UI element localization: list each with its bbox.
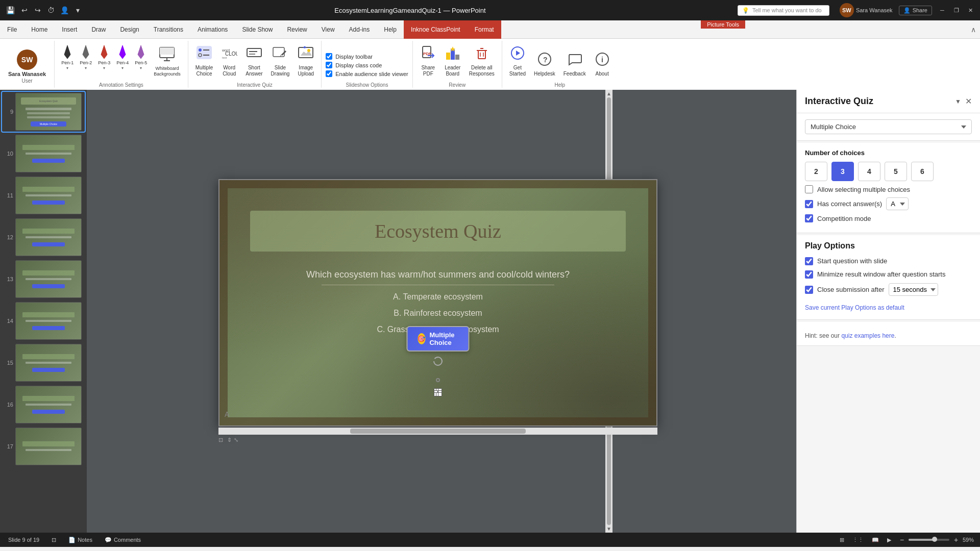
image-upload-button[interactable]: ImageUpload <box>295 42 317 79</box>
redo-icon[interactable]: ↪ <box>33 5 43 15</box>
zoom-in-btn[interactable]: + <box>951 535 961 544</box>
scroll-down-icon[interactable]: ▼ <box>606 526 611 532</box>
fit-btn[interactable]: ⊡ <box>218 437 223 443</box>
tab-transitions[interactable]: Transitions <box>146 20 190 39</box>
tab-addins[interactable]: Add-ins <box>342 20 377 39</box>
slide-thumb-11[interactable]: 11 <box>2 176 85 215</box>
comments-btn[interactable]: 💬 Comments <box>103 536 143 544</box>
close-window-button[interactable]: ✕ <box>967 6 975 14</box>
choice-4-button[interactable]: 4 <box>858 162 880 181</box>
start-with-slide-checkbox[interactable] <box>805 257 813 265</box>
mc-badge[interactable]: 🎯 Multiple Choice <box>406 326 469 352</box>
helpdesk-button[interactable]: ? Helpdesk <box>531 49 558 79</box>
expand-arrows[interactable]: ⤡ <box>234 437 238 443</box>
whiteboard-button[interactable]: WhiteboardBackgrounds <box>151 43 184 79</box>
slide-thumb-17[interactable]: 17 <box>2 427 85 466</box>
tab-inknoe[interactable]: Inknoe ClassPoint <box>404 20 468 39</box>
rp-dropdown-icon[interactable]: ▼ <box>955 98 961 105</box>
ribbon-collapse-icon[interactable]: ∧ <box>967 26 980 34</box>
tab-home[interactable]: Home <box>24 20 55 39</box>
choice-5-button[interactable]: 5 <box>885 162 907 181</box>
enable-audience-checkbox[interactable]: Enable audience slide viewer <box>326 70 408 77</box>
multiple-choice-button[interactable]: MultipleChoice <box>192 42 216 79</box>
slide-thumb-16[interactable]: 16 <box>2 385 85 424</box>
more-icon[interactable]: ▾ <box>72 5 83 15</box>
choice-3-button[interactable]: 3 <box>831 162 854 181</box>
pen1-arrow[interactable]: ▾ <box>66 66 68 70</box>
zoom-slider[interactable] <box>909 539 949 541</box>
share-button[interactable]: 👤 Share <box>899 6 932 15</box>
tab-insert[interactable]: Insert <box>55 20 84 39</box>
pen3-button[interactable]: Pen-3 ▾ <box>95 43 113 79</box>
slideshow-btn[interactable]: ▶ <box>885 536 893 544</box>
slide-thumb-13[interactable]: 13 <box>2 259 85 299</box>
user-profile[interactable]: SW Sara Wanasek User <box>4 47 50 86</box>
pen1-button[interactable]: Pen-1 ▾ <box>59 43 76 79</box>
slide-sorter-btn[interactable]: ⋮⋮ <box>850 536 866 544</box>
tab-slideshow[interactable]: Slide Show <box>235 20 280 39</box>
short-answer-button[interactable]: ShortAnswer <box>242 42 265 79</box>
share-pdf-button[interactable]: PDF SharePDF <box>417 43 439 79</box>
leader-board-button[interactable]: LeaderBoard <box>442 43 464 79</box>
pen4-button[interactable]: Pen-4 ▾ <box>114 43 131 79</box>
competition-mode-row[interactable]: Competition mode <box>805 214 972 222</box>
get-started-button[interactable]: GetStarted <box>506 43 529 79</box>
slide-drawing-button[interactable]: SlideDrawing <box>268 42 293 79</box>
minimize-result-checkbox[interactable] <box>805 270 813 279</box>
notes-btn[interactable]: 📄 Notes <box>66 536 94 544</box>
pen4-arrow[interactable]: ▾ <box>121 66 124 70</box>
tab-file[interactable]: File <box>0 20 24 39</box>
pen5-button[interactable]: Pen-5 ▾ <box>132 43 150 79</box>
scroll-up-icon[interactable]: ▲ <box>606 91 611 96</box>
normal-view-btn[interactable]: ⊞ <box>838 536 846 544</box>
accessibility-btn[interactable]: ⊡ <box>50 536 58 544</box>
tab-review[interactable]: Review <box>280 20 314 39</box>
slide-thumb-12[interactable]: 12 <box>2 217 85 257</box>
undo-icon[interactable]: ↩ <box>19 5 30 15</box>
pen2-button[interactable]: Pen-2 ▾ <box>77 43 94 79</box>
rp-close-icon[interactable]: ✕ <box>965 96 972 106</box>
tab-help[interactable]: Help <box>377 20 404 39</box>
save-icon[interactable]: 💾 <box>5 5 15 15</box>
choice-2-button[interactable]: 2 <box>805 162 827 181</box>
delete-all-button[interactable]: Delete allResponses <box>466 43 498 79</box>
display-toolbar-checkbox[interactable]: Display toolbar <box>326 53 408 60</box>
tab-design[interactable]: Design <box>113 20 146 39</box>
rp-choices-section: Number of choices 2 3 4 5 6 Allow select… <box>797 143 980 233</box>
pen2-arrow[interactable]: ▾ <box>85 66 87 70</box>
customquick-icon[interactable]: 👤 <box>59 5 69 15</box>
save-defaults-link[interactable]: Save current Play Options as default <box>805 304 904 311</box>
ribbon-group-interactive-quiz: MultipleChoice word CLOUD text WordCloud <box>188 41 322 88</box>
feedback-button[interactable]: Feedback <box>560 49 589 79</box>
slide-thumb-10[interactable]: 10 <box>2 134 85 173</box>
quiz-type-select[interactable]: Multiple Choice Word Cloud Short Answer … <box>805 119 972 134</box>
close-submission-checkbox[interactable] <box>805 286 813 294</box>
horizontal-scrollbar[interactable] <box>218 428 657 435</box>
autorecovery-icon[interactable]: ⏱ <box>46 5 56 15</box>
pen3-arrow[interactable]: ▾ <box>103 66 105 70</box>
tab-format[interactable]: Format <box>468 20 501 39</box>
reading-view-btn[interactable]: 📖 <box>870 536 881 544</box>
zoom-out-btn[interactable]: − <box>897 535 906 544</box>
choice-6-button[interactable]: 6 <box>911 162 934 181</box>
close-submission-select[interactable]: 5 seconds 10 seconds 15 seconds 30 secon… <box>889 283 938 296</box>
quiz-examples-link[interactable]: quiz examples here <box>841 332 894 339</box>
slide-thumb-9[interactable]: 9 Ecosystem Quiz Multiple Choice <box>2 92 85 132</box>
svg-rect-6 <box>160 47 174 55</box>
slide-thumb-15[interactable]: 15 <box>2 343 85 383</box>
allow-multiple-row[interactable]: Allow selecting multiple choices <box>805 185 972 193</box>
has-correct-checkbox[interactable] <box>805 200 813 208</box>
minimize-button[interactable]: ─ <box>938 6 946 14</box>
slide-thumb-14[interactable]: 14 <box>2 301 85 341</box>
nav-arrows[interactable]: ⇕ <box>227 437 232 443</box>
about-button[interactable]: i About <box>591 49 614 79</box>
display-class-code-checkbox[interactable]: Display class code <box>326 62 408 68</box>
pen5-arrow[interactable]: ▾ <box>140 66 142 70</box>
restore-button[interactable]: ❐ <box>952 6 961 14</box>
correct-answer-select[interactable]: A B C <box>886 197 909 210</box>
word-cloud-button[interactable]: word CLOUD text WordCloud <box>218 42 240 79</box>
tab-animations[interactable]: Animations <box>190 20 235 39</box>
tab-draw[interactable]: Draw <box>84 20 113 39</box>
tell-me-input[interactable]: 💡 Tell me what you want to do <box>738 5 829 16</box>
tab-view[interactable]: View <box>314 20 342 39</box>
